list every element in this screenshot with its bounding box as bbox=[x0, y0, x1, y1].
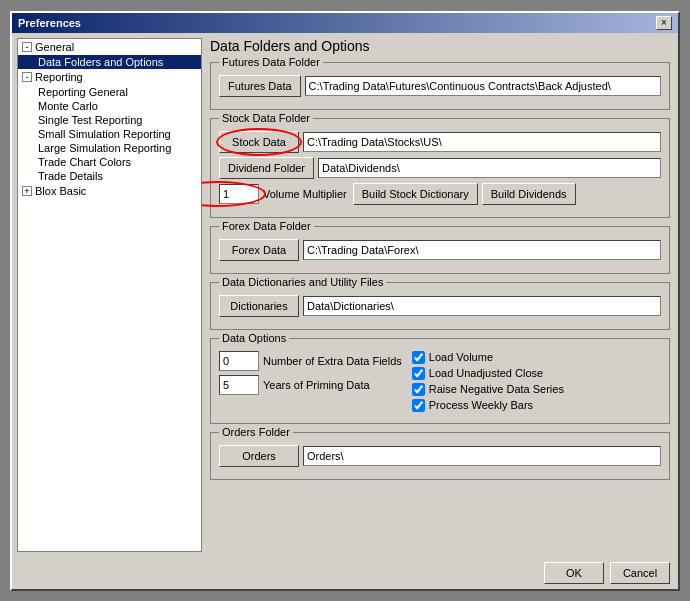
bottom-bar: OK Cancel bbox=[12, 557, 678, 589]
title-bar: Preferences × bbox=[12, 13, 678, 33]
right-panel: Data Folders and Options Futures Data Fo… bbox=[202, 33, 678, 557]
orders-button[interactable]: Orders bbox=[219, 445, 299, 467]
raise-negative-label: Raise Negative Data Series bbox=[429, 383, 564, 395]
tree-panel: - General Data Folders and Options - Rep… bbox=[17, 38, 202, 552]
extra-fields-input[interactable] bbox=[219, 351, 259, 371]
volume-multiplier-label: Volume Multiplier bbox=[263, 188, 347, 200]
stock-data-highlight: Stock Data bbox=[219, 131, 299, 153]
volume-row: Volume Multiplier Build Stock Dictionary… bbox=[219, 183, 661, 205]
stock-data-button[interactable]: Stock Data bbox=[219, 131, 299, 153]
forex-path-input[interactable] bbox=[303, 240, 661, 260]
build-stock-dictionary-button[interactable]: Build Stock Dictionary bbox=[353, 183, 478, 205]
dictionaries-button[interactable]: Dictionaries bbox=[219, 295, 299, 317]
dictionaries-row: Dictionaries bbox=[219, 295, 661, 317]
load-volume-checkbox[interactable] bbox=[412, 351, 425, 364]
tree-root-general[interactable]: - General bbox=[18, 39, 201, 55]
orders-row: Orders bbox=[219, 445, 661, 467]
orders-folder-group: Orders Folder Orders bbox=[210, 432, 670, 480]
tree-child-single-test[interactable]: Single Test Reporting bbox=[18, 113, 201, 127]
cancel-button[interactable]: Cancel bbox=[610, 562, 670, 584]
dividend-path-input[interactable] bbox=[318, 158, 661, 178]
data-options-right: Load Volume Load Unadjusted Close Raise … bbox=[412, 351, 661, 415]
data-options-group: Data Options Number of Extra Data Fields… bbox=[210, 338, 670, 424]
forex-data-group: Forex Data Folder Forex Data bbox=[210, 226, 670, 274]
forex-group-title: Forex Data Folder bbox=[219, 220, 314, 232]
tree-child-data-folders[interactable]: Data Folders and Options bbox=[18, 55, 201, 69]
expand-icon-reporting[interactable]: - bbox=[22, 72, 32, 82]
futures-data-group: Futures Data Folder Futures Data bbox=[210, 62, 670, 110]
expand-icon-general[interactable]: - bbox=[22, 42, 32, 52]
data-options-title: Data Options bbox=[219, 332, 289, 344]
volume-multiplier-input[interactable] bbox=[219, 184, 259, 204]
tree-child-trade-chart-colors[interactable]: Trade Chart Colors bbox=[18, 155, 201, 169]
checkbox-row-1: Load Unadjusted Close bbox=[412, 367, 661, 380]
priming-row: Years of Priming Data bbox=[219, 375, 402, 395]
orders-path-input[interactable] bbox=[303, 446, 661, 466]
build-dividends-button[interactable]: Build Dividends bbox=[482, 183, 576, 205]
volume-highlight bbox=[219, 184, 263, 204]
dictionaries-group: Data Dictionaries and Utility Files Dict… bbox=[210, 282, 670, 330]
dividend-folder-button[interactable]: Dividend Folder bbox=[219, 157, 314, 179]
dictionaries-path-input[interactable] bbox=[303, 296, 661, 316]
stock-data-row: Stock Data bbox=[219, 131, 661, 153]
futures-row: Futures Data bbox=[219, 75, 661, 97]
expand-icon-blox[interactable]: + bbox=[22, 186, 32, 196]
dividend-row: Dividend Folder bbox=[219, 157, 661, 179]
priming-input[interactable] bbox=[219, 375, 259, 395]
data-options-inner: Number of Extra Data Fields Years of Pri… bbox=[219, 351, 661, 415]
checkbox-row-2: Raise Negative Data Series bbox=[412, 383, 661, 396]
stock-path-input[interactable] bbox=[303, 132, 661, 152]
tree-child-reporting-general[interactable]: Reporting General bbox=[18, 85, 201, 99]
data-options-left: Number of Extra Data Fields Years of Pri… bbox=[219, 351, 402, 415]
process-weekly-label: Process Weekly Bars bbox=[429, 399, 533, 411]
orders-group-title: Orders Folder bbox=[219, 426, 293, 438]
stock-group-title: Stock Data Folder bbox=[219, 112, 313, 124]
tree-root-blox-basic[interactable]: + Blox Basic bbox=[18, 183, 201, 199]
page-title: Data Folders and Options bbox=[210, 38, 670, 54]
tree-root-reporting[interactable]: - Reporting bbox=[18, 69, 201, 85]
dictionaries-group-title: Data Dictionaries and Utility Files bbox=[219, 276, 386, 288]
checkbox-row-3: Process Weekly Bars bbox=[412, 399, 661, 412]
tree-child-small-simulation[interactable]: Small Simulation Reporting bbox=[18, 127, 201, 141]
preferences-dialog: Preferences × - General Data Folders and… bbox=[10, 11, 680, 591]
extra-fields-label: Number of Extra Data Fields bbox=[263, 355, 402, 367]
extra-fields-row: Number of Extra Data Fields bbox=[219, 351, 402, 371]
load-volume-label: Load Volume bbox=[429, 351, 493, 363]
futures-path-input[interactable] bbox=[305, 76, 661, 96]
process-weekly-checkbox[interactable] bbox=[412, 399, 425, 412]
dialog-title: Preferences bbox=[18, 17, 81, 29]
tree-child-monte-carlo[interactable]: Monte Carlo bbox=[18, 99, 201, 113]
futures-group-title: Futures Data Folder bbox=[219, 56, 323, 68]
forex-row: Forex Data bbox=[219, 239, 661, 261]
load-unadjusted-checkbox[interactable] bbox=[412, 367, 425, 380]
raise-negative-checkbox[interactable] bbox=[412, 383, 425, 396]
tree-child-trade-details[interactable]: Trade Details bbox=[18, 169, 201, 183]
checkbox-row-0: Load Volume bbox=[412, 351, 661, 364]
forex-data-button[interactable]: Forex Data bbox=[219, 239, 299, 261]
futures-data-button[interactable]: Futures Data bbox=[219, 75, 301, 97]
ok-button[interactable]: OK bbox=[544, 562, 604, 584]
dialog-body: - General Data Folders and Options - Rep… bbox=[12, 33, 678, 557]
close-button[interactable]: × bbox=[656, 16, 672, 30]
load-unadjusted-label: Load Unadjusted Close bbox=[429, 367, 543, 379]
priming-label: Years of Priming Data bbox=[263, 379, 370, 391]
stock-data-group: Stock Data Folder Stock Data Dividend Fo… bbox=[210, 118, 670, 218]
tree-child-large-simulation[interactable]: Large Simulation Reporting bbox=[18, 141, 201, 155]
